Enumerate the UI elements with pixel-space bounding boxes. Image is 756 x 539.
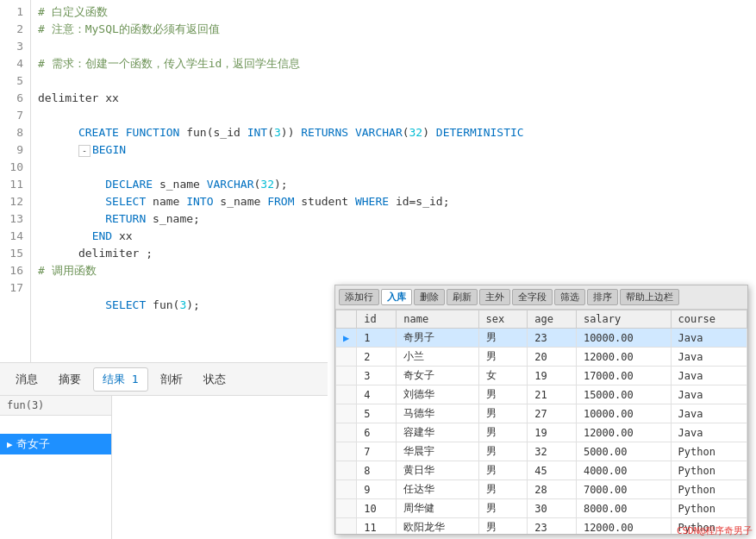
col-name[interactable]: name: [397, 310, 478, 329]
toolbar-save[interactable]: 入库: [381, 289, 412, 305]
cell-id[interactable]: 10: [357, 499, 397, 518]
cell-name[interactable]: 奇男子: [397, 329, 478, 348]
toolbar-refresh[interactable]: 刷新: [447, 289, 478, 305]
cell-salary[interactable]: 12000.00: [576, 423, 671, 442]
cell-course[interactable]: Java: [671, 348, 747, 367]
cell-course[interactable]: Python: [671, 499, 747, 518]
tab-status[interactable]: 状态: [195, 368, 234, 391]
table-row[interactable]: 3奇女子女1917000.00Java: [336, 367, 747, 385]
cell-sex[interactable]: 男: [478, 404, 528, 423]
cell-age[interactable]: 19: [528, 367, 577, 385]
tab-result1[interactable]: 结果 1: [93, 367, 148, 392]
col-salary[interactable]: salary: [576, 310, 671, 329]
cell-age[interactable]: 23: [528, 329, 577, 348]
cell-id[interactable]: 5: [357, 404, 397, 423]
cell-age[interactable]: 27: [528, 404, 577, 423]
cell-id[interactable]: 2: [357, 348, 397, 367]
cell-id[interactable]: 8: [357, 461, 397, 480]
cell-salary[interactable]: 12000.00: [576, 518, 671, 535]
cell-name[interactable]: 奇女子: [397, 367, 478, 385]
col-age[interactable]: age: [528, 310, 577, 329]
cell-sex[interactable]: 男: [478, 518, 528, 535]
cell-name[interactable]: 华晨宇: [397, 442, 478, 461]
cell-course[interactable]: Java: [671, 404, 747, 423]
toolbar-all-fields[interactable]: 全字段: [512, 289, 553, 305]
toolbar-help-sidebar[interactable]: 帮助上边栏: [620, 289, 679, 305]
cell-sex[interactable]: 女: [478, 367, 528, 385]
cell-course[interactable]: Python: [671, 480, 747, 499]
cell-salary[interactable]: 7000.00: [576, 480, 671, 499]
cell-course[interactable]: Java: [671, 385, 747, 404]
cell-sex[interactable]: 男: [478, 442, 528, 461]
table-row[interactable]: 8黄日华男454000.00Python: [336, 461, 747, 480]
cell-id[interactable]: 6: [357, 423, 397, 442]
cell-course[interactable]: Java: [671, 329, 747, 348]
cell-course[interactable]: Python: [671, 442, 747, 461]
table-row[interactable]: 6容建华男1912000.00Java: [336, 423, 747, 442]
table-row[interactable]: ▶1奇男子男2310000.00Java: [336, 329, 747, 348]
tab-messages[interactable]: 消息: [7, 368, 47, 391]
col-course[interactable]: course: [671, 310, 747, 329]
cell-age[interactable]: 32: [528, 442, 577, 461]
cell-sex[interactable]: 男: [478, 461, 528, 480]
cell-name[interactable]: 黄日华: [397, 461, 478, 480]
cell-course[interactable]: Python: [671, 461, 747, 480]
cell-sex[interactable]: 男: [478, 348, 528, 367]
cell-name[interactable]: 任达华: [397, 480, 478, 499]
cell-age[interactable]: 21: [528, 385, 577, 404]
cell-age[interactable]: 30: [528, 499, 577, 518]
cell-age[interactable]: 28: [528, 480, 577, 499]
table-row[interactable]: 5马德华男2710000.00Java: [336, 404, 747, 423]
cell-sex[interactable]: 男: [478, 423, 528, 442]
cell-name[interactable]: 小兰: [397, 348, 478, 367]
cell-name[interactable]: 周华健: [397, 499, 478, 518]
cell-sex[interactable]: 男: [478, 329, 528, 348]
cell-id[interactable]: 9: [357, 480, 397, 499]
toolbar-delete[interactable]: 删除: [414, 289, 445, 305]
cell-salary[interactable]: 17000.00: [576, 367, 671, 385]
cell-sex[interactable]: 男: [478, 480, 528, 499]
cell-sex[interactable]: 男: [478, 385, 528, 404]
row-indicator: [336, 385, 357, 404]
cell-age[interactable]: 20: [528, 348, 577, 367]
cell-name[interactable]: 容建华: [397, 423, 478, 442]
cell-name[interactable]: 马德华: [397, 404, 478, 423]
cell-age[interactable]: 45: [528, 461, 577, 480]
result-row-selected[interactable]: ▶ 奇女子: [0, 434, 111, 454]
table-row[interactable]: 9任达华男287000.00Python: [336, 480, 747, 499]
toolbar-filter[interactable]: 筛选: [554, 289, 585, 305]
table-row[interactable]: 10周华健男308000.00Python: [336, 499, 747, 518]
cell-name[interactable]: 刘德华: [397, 385, 478, 404]
cell-salary[interactable]: 12000.00: [576, 348, 671, 367]
cell-salary[interactable]: 5000.00: [576, 442, 671, 461]
cell-age[interactable]: 23: [528, 518, 577, 535]
fold-icon[interactable]: -: [78, 145, 91, 157]
table-container[interactable]: id name sex age salary course ▶1奇男子男2310…: [335, 310, 747, 534]
col-id[interactable]: id: [357, 310, 397, 329]
cell-id[interactable]: 11: [357, 518, 397, 535]
cell-sex[interactable]: 男: [478, 499, 528, 518]
cell-salary[interactable]: 15000.00: [576, 385, 671, 404]
cell-course[interactable]: Java: [671, 367, 747, 385]
cell-id[interactable]: 1: [357, 329, 397, 348]
toolbar-foreign-key[interactable]: 主外: [479, 289, 510, 305]
cell-age[interactable]: 19: [528, 423, 577, 442]
cell-salary[interactable]: 10000.00: [576, 329, 671, 348]
cell-id[interactable]: 7: [357, 442, 397, 461]
cell-salary[interactable]: 8000.00: [576, 499, 671, 518]
tab-analyze[interactable]: 剖析: [152, 368, 191, 391]
cell-id[interactable]: 4: [357, 385, 397, 404]
table-row[interactable]: 7华晨宇男325000.00Python: [336, 442, 747, 461]
cell-salary[interactable]: 10000.00: [576, 404, 671, 423]
table-row[interactable]: 2小兰男2012000.00Java: [336, 348, 747, 367]
table-row[interactable]: 4刘德华男2115000.00Java: [336, 385, 747, 404]
cell-id[interactable]: 3: [357, 367, 397, 385]
toolbar-add-row[interactable]: 添加行: [339, 289, 379, 305]
cell-salary[interactable]: 4000.00: [576, 461, 671, 480]
table-popup: 添加行 入库 删除 刷新 主外 全字段 筛选 排序 帮助上边栏 id name …: [334, 285, 748, 535]
tab-summary[interactable]: 摘要: [50, 368, 90, 391]
toolbar-sort[interactable]: 排序: [587, 289, 618, 305]
col-sex[interactable]: sex: [478, 310, 528, 329]
cell-name[interactable]: 欧阳龙华: [397, 518, 478, 535]
cell-course[interactable]: Java: [671, 423, 747, 442]
